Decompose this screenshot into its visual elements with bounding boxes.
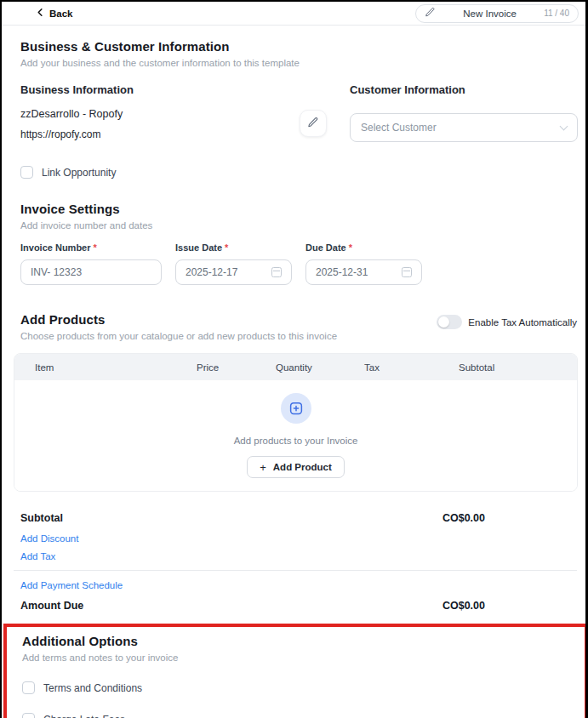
pencil-icon (425, 7, 436, 20)
invoice-title: New Invoice (463, 9, 517, 19)
products-empty-text: Add products to your Invoice (234, 436, 358, 446)
add-payment-schedule-link[interactable]: Add Payment Schedule (20, 580, 123, 590)
add-products-title: Add Products (20, 312, 337, 327)
add-tax-link[interactable]: Add Tax (20, 551, 577, 561)
top-bar: Back New Invoice 11 / 40 (2, 2, 585, 26)
due-date-label: Due Date* (305, 242, 422, 253)
issue-date-value: 2025-12-17 (186, 266, 271, 278)
add-product-plus-icon[interactable] (281, 393, 311, 424)
invoice-settings-title: Invoice Settings (20, 202, 578, 216)
amount-due-value: CO$0.00 (442, 600, 485, 612)
due-date-field-group: Due Date* 2025-12-31 (305, 242, 422, 285)
invoice-title-pill[interactable]: New Invoice 11 / 40 (415, 4, 579, 23)
customer-information-title: Customer Information (350, 83, 578, 96)
enable-tax-label: Enable Tax Automatically (468, 317, 577, 328)
charge-late-fees-label: Charge Late Fees (43, 714, 125, 718)
terms-and-conditions-label: Terms and Conditions (43, 682, 142, 694)
issue-date-field-group: Issue Date* 2025-12-17 (175, 242, 292, 285)
business-information-panel: Business Information zzDesarrollo - Ropo… (20, 83, 350, 142)
column-header-subtotal: Subtotal (459, 362, 577, 373)
select-customer-placeholder: Select Customer (361, 122, 437, 134)
issue-date-label: Issue Date* (175, 242, 292, 253)
invoice-number-input[interactable]: INV- 12323 (20, 259, 162, 285)
required-asterisk: * (225, 242, 228, 253)
required-asterisk: * (94, 242, 97, 253)
checkbox-icon (22, 681, 35, 694)
column-header-price: Price (197, 362, 276, 373)
due-date-input[interactable]: 2025-12-31 (305, 259, 422, 285)
business-customer-section-title: Business & Customer Information (20, 39, 578, 54)
checkbox-icon (20, 166, 33, 179)
invoice-count: 11 / 40 (544, 9, 569, 18)
due-date-value: 2025-12-31 (316, 266, 402, 278)
back-button[interactable]: Back (36, 8, 73, 20)
products-table-header: Item Price Quantity Tax Subtotal (14, 354, 577, 380)
link-opportunity-label: Link Opportunity (42, 167, 116, 179)
link-opportunity-checkbox[interactable]: Link Opportunity (20, 166, 578, 179)
totals-divider (14, 570, 577, 571)
invoice-number-value: 12323 (54, 266, 82, 278)
terms-and-conditions-checkbox[interactable]: Terms and Conditions (22, 681, 585, 694)
back-label: Back (49, 9, 73, 19)
additional-options-highlight-box: Additional Options Add terms and notes t… (3, 624, 588, 718)
column-header-item: Item (35, 362, 197, 373)
amount-due-label: Amount Due (20, 600, 83, 612)
select-customer-dropdown[interactable]: Select Customer (350, 113, 578, 142)
add-product-button-label: Add Product (273, 462, 332, 472)
calendar-icon (402, 267, 412, 277)
calendar-icon (271, 267, 282, 277)
additional-options-title: Additional Options (22, 634, 585, 648)
customer-information-panel: Customer Information Select Customer (350, 83, 578, 142)
add-product-button[interactable]: + Add Product (247, 456, 345, 478)
business-website: https://ropofy.com (20, 128, 300, 140)
charge-late-fees-checkbox[interactable]: Charge Late Fees (22, 713, 585, 718)
add-discount-link[interactable]: Add Discount (20, 533, 577, 544)
column-header-tax: Tax (364, 362, 459, 373)
invoice-settings-subtitle: Add invoice number and dates (20, 220, 578, 231)
pencil-icon (307, 117, 319, 131)
business-name: zzDesarrollo - Ropofy (20, 108, 300, 120)
add-products-subtitle: Choose products from your catalogue or a… (20, 331, 337, 341)
invoice-number-label: Invoice Number* (20, 242, 162, 253)
business-information-title: Business Information (20, 83, 350, 96)
checkbox-icon (22, 713, 35, 718)
additional-options-subtitle: Add terms and notes to your invoice (22, 652, 585, 663)
back-chevron-icon (36, 8, 45, 20)
issue-date-input[interactable]: 2025-12-17 (175, 259, 292, 285)
invoice-number-prefix: INV- (31, 266, 50, 278)
products-table: Item Price Quantity Tax Subtotal Add pro… (14, 353, 578, 492)
plus-icon: + (260, 461, 266, 474)
column-header-quantity: Quantity (276, 362, 364, 373)
edit-business-button[interactable] (300, 110, 327, 137)
business-customer-section-subtitle: Add your business and the customer infor… (20, 58, 578, 68)
enable-tax-toggle[interactable] (437, 315, 462, 329)
required-asterisk: * (349, 242, 352, 253)
subtotal-label: Subtotal (20, 512, 63, 524)
invoice-number-field-group: Invoice Number* INV- 12323 (20, 242, 162, 285)
products-empty-state: Add products to your Invoice + Add Produ… (14, 380, 577, 491)
chevron-down-icon (560, 123, 568, 131)
subtotal-value: CO$0.00 (442, 512, 485, 524)
